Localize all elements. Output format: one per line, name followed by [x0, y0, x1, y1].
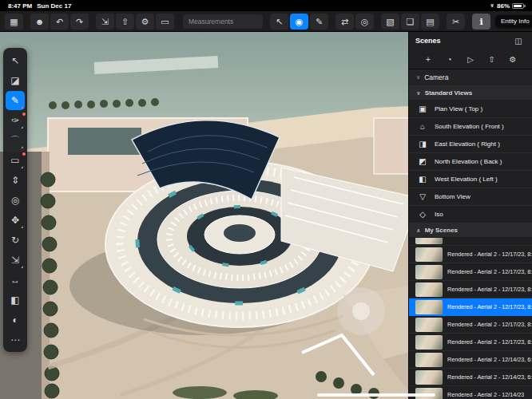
scene-item[interactable]: Rendered - Aerial 2 - 12/17/23, 8:42 PM — [409, 298, 532, 316]
scene-item[interactable]: Rendered - Aerial 2 - 12/17/23, 8:45 PM — [409, 246, 532, 263]
redo-icon[interactable]: ↷ — [70, 14, 89, 30]
scene-thumbnail — [415, 353, 443, 367]
standard-views-chevron-icon: ∨ — [416, 90, 421, 97]
scene-label: Rendered - Aerial 2 - 12/17/23, 8:45 PM — [447, 251, 532, 258]
apps-grid-icon[interactable]: ▦ — [5, 14, 23, 30]
paint-tool[interactable]: ◐ — [6, 310, 25, 330]
select-cursor-icon[interactable]: ↖ — [270, 14, 288, 30]
scene-label: Rendered - Aerial 2 - 12/17/23, 8:43 PM — [447, 321, 532, 328]
battery-icon — [512, 3, 524, 9]
my-scenes-header[interactable]: ∧ My Scenes — [409, 223, 532, 238]
my-scenes-title: My Scenes — [425, 227, 458, 234]
entity-info-icon[interactable]: ℹ — [472, 14, 490, 30]
toolbar-left-icons: ▦☻↶↷⇲⇧⚙▭ — [5, 14, 176, 30]
standard-view-label: Iso — [435, 211, 443, 218]
scene-thumbnail — [415, 300, 443, 314]
standard-view-item[interactable]: ⌂South Elevation ( Front ) — [409, 118, 532, 136]
pan-icon[interactable]: ⇄ — [335, 14, 354, 30]
scene-item[interactable]: Rendered - Aerial 2 - 12/14/23, 6:31 PM — [409, 351, 532, 369]
scene-label: Rendered - Aerial 2 - 12/17/23, 8:44 PM — [447, 286, 532, 293]
undo-icon[interactable]: ↶ — [50, 14, 69, 30]
measurements-input[interactable] — [183, 14, 263, 29]
standard-view-label: Plan View ( Top ) — [435, 105, 482, 113]
pushpull-tool[interactable]: ⇕ — [6, 171, 25, 190]
scene-item[interactable] — [409, 238, 532, 246]
export-scenes-icon[interactable]: ⇧ — [485, 55, 499, 64]
scene-item[interactable]: Rendered - Aerial 2 - 12/14/23, 6:29 PM — [409, 369, 532, 386]
left-toolbar-rail: ↖◪✎✑⌒▭⇕◎✥↻⇲↔◧◐⋯ — [3, 48, 27, 352]
standard-view-label: North Elevation ( Back ) — [435, 158, 502, 165]
rotate-tool[interactable]: ↻ — [6, 231, 25, 250]
move-tool[interactable]: ✥ — [6, 211, 25, 230]
my-scenes-chevron-icon: ∧ — [416, 227, 421, 234]
select-tool[interactable]: ↖ — [6, 51, 25, 70]
styles-icon[interactable]: ❏ — [401, 14, 419, 30]
plan-view-icon: ▣ — [417, 104, 428, 115]
offset-tool[interactable]: ◎ — [6, 191, 25, 210]
standard-view-item[interactable]: ◩North Elevation ( Back ) — [409, 153, 532, 171]
entity-info-tooltip: Entity Info — [495, 15, 532, 27]
share-icon[interactable]: ⇧ — [116, 14, 134, 30]
scenes-panel-header: Scenes ◫ — [409, 32, 532, 49]
import-model-icon[interactable]: ⇲ — [96, 14, 114, 30]
line-tool[interactable]: ✎ — [6, 91, 25, 110]
home-indicator[interactable] — [317, 393, 435, 397]
top-toolbar: ▦☻↶↷⇲⇧⚙▭ ↖◉✎⇄◎▧❏▤✂ℹ Entity Info — [0, 11, 532, 32]
scene-view-options-icon[interactable]: ◔ — [443, 55, 457, 64]
add-scene-icon[interactable]: + — [421, 55, 435, 64]
more-tools[interactable]: ⋯ — [6, 330, 25, 350]
scene-item[interactable]: Rendered - Aerial 2 - 12/17/23, 8:46 PM — [409, 263, 532, 281]
standard-view-item[interactable]: ▣Plan View ( Top ) — [409, 101, 532, 118]
scene-item[interactable]: Rendered - Aerial 2 - 12/14/23 — [409, 386, 532, 399]
scene-thumbnail — [415, 370, 443, 385]
status-date: Sun Dec 17 — [37, 2, 71, 10]
scene-label: Rendered - Aerial 2 - 12/17/23, 8:46 PM — [447, 268, 532, 275]
scene-item[interactable]: Rendered - Aerial 2 - 12/17/23, 8:41 PM — [409, 334, 532, 351]
scene-thumbnail — [415, 282, 443, 297]
standard-view-item[interactable]: ▽Bottom View — [409, 188, 532, 206]
zoom-icon[interactable]: ◎ — [355, 14, 374, 30]
scene-label: Rendered - Aerial 2 - 12/17/23, 8:42 PM — [447, 303, 532, 310]
scenes-settings-icon[interactable]: ⚙ — [506, 55, 520, 64]
standard-view-label: South Elevation ( Front ) — [435, 123, 504, 130]
panel-toggle-icon[interactable]: ◫ — [511, 37, 526, 45]
standard-view-item[interactable]: ◇Iso — [409, 206, 532, 223]
freehand-tool[interactable]: ✑ — [6, 111, 25, 130]
views-icon[interactable]: ▧ — [381, 14, 399, 30]
scene-item[interactable]: Rendered - Aerial 2 - 12/17/23, 8:44 PM — [409, 281, 532, 298]
play-animation-icon[interactable]: ▷ — [463, 55, 478, 64]
scene-thumbnail — [415, 247, 443, 262]
section-cut-icon[interactable]: ✂ — [447, 14, 465, 30]
stylus-icon[interactable]: ✎ — [310, 14, 328, 30]
settings-icon[interactable]: ⚙ — [136, 14, 154, 30]
scene-thumbnail — [415, 318, 443, 332]
section-plane-tool[interactable]: ◧ — [6, 290, 25, 310]
tape-measure-tool[interactable]: ↔ — [6, 271, 25, 290]
standard-view-item[interactable]: ◧West Elevation ( Left ) — [409, 171, 532, 188]
west-elevation-icon: ◧ — [417, 174, 428, 185]
account-icon[interactable]: ☻ — [30, 14, 49, 30]
scene-item[interactable]: Rendered - Aerial 2 - 12/17/23, 8:43 PM — [409, 316, 532, 334]
east-elevation-icon: ◨ — [417, 139, 428, 150]
standard-views-list: ▣Plan View ( Top )⌂South Elevation ( Fro… — [409, 101, 532, 223]
shapes-tool[interactable]: ▭ — [6, 151, 25, 170]
bottom-view-icon: ▽ — [417, 192, 428, 203]
display-mode-icon[interactable]: ▭ — [156, 14, 174, 30]
orbit-tool-icon[interactable]: ◉ — [290, 14, 308, 30]
battery-percent: 86% — [497, 2, 510, 10]
scenes-panel-title: Scenes — [415, 37, 441, 45]
scene-thumbnail — [415, 238, 443, 244]
standard-views-header[interactable]: ∨ Standard Views — [409, 86, 532, 101]
tags-icon[interactable]: ▤ — [421, 14, 439, 30]
scale-tool[interactable]: ⇲ — [6, 251, 25, 270]
scenes-panel: Scenes ◫ +◔▷⇧⚙ ∨ Camera ∨ Standard Views… — [408, 32, 532, 399]
standard-views-title: Standard Views — [425, 89, 472, 97]
arc-tool[interactable]: ⌒ — [6, 131, 25, 150]
status-time: 8:47 PM — [8, 2, 32, 10]
camera-section-row[interactable]: ∨ Camera — [409, 69, 532, 86]
eraser-tool[interactable]: ◪ — [6, 71, 25, 90]
camera-chevron-icon: ∨ — [416, 74, 420, 81]
south-elevation-icon: ⌂ — [417, 121, 428, 132]
standard-view-label: West Elevation ( Left ) — [435, 176, 498, 183]
standard-view-item[interactable]: ◨East Elevation ( Right ) — [409, 136, 532, 153]
